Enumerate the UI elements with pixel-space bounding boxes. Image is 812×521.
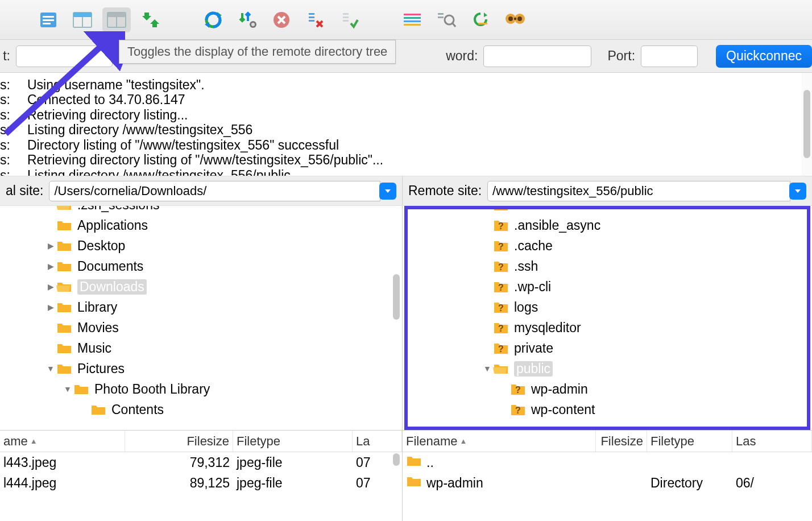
svg-point-32 xyxy=(517,16,522,21)
remote-path-input[interactable] xyxy=(487,181,790,201)
host-input[interactable] xyxy=(16,46,113,67)
tree-node[interactable]: ▶Desktop xyxy=(0,235,402,256)
remote-list-header[interactable]: Filename ▲ Filesize Filetype Las xyxy=(403,431,812,452)
disclosure-triangle-icon[interactable]: ▼ xyxy=(45,364,56,373)
tree-node[interactable]: ?.cache xyxy=(403,235,812,256)
tree-node-label: public xyxy=(514,361,553,377)
tree-node[interactable]: ?wp-admin xyxy=(403,379,812,399)
sort-asc-icon: ▲ xyxy=(30,437,38,445)
tree-node[interactable]: ▼public xyxy=(403,358,812,379)
sitemanager-icon[interactable] xyxy=(34,7,63,32)
tree-node[interactable]: ?logs xyxy=(403,297,812,317)
folder-icon xyxy=(56,362,73,375)
tree-node-label: wp-content xyxy=(531,402,595,417)
folder-icon: ? xyxy=(492,206,509,212)
transfer-queue-icon[interactable] xyxy=(136,7,165,32)
folder-icon: ? xyxy=(492,300,509,314)
tree-node[interactable]: ▶Downloads xyxy=(0,276,402,297)
folder-icon: ? xyxy=(509,382,527,396)
list-row[interactable]: wp-adminDirectory06/ xyxy=(403,473,812,493)
compare-icon[interactable] xyxy=(398,7,426,32)
quickconnect-button[interactable]: Quickconnec xyxy=(716,45,812,68)
tree-node[interactable]: ?.wp-cli xyxy=(403,276,812,297)
tree-node[interactable]: ?private xyxy=(403,338,812,358)
svg-text:?: ? xyxy=(498,344,504,354)
disclosure-triangle-icon[interactable]: ▶ xyxy=(45,262,56,271)
disclosure-triangle-icon[interactable]: ▼ xyxy=(482,364,492,373)
log-line: s:Connected to 34.70.86.147 xyxy=(0,92,802,107)
find-icon[interactable] xyxy=(500,7,529,32)
tree-node[interactable]: ▶Documents xyxy=(0,256,402,276)
svg-rect-33 xyxy=(514,18,516,20)
local-list-header[interactable]: ame ▲ Filesize Filetype La xyxy=(0,431,402,452)
scroll-thumb[interactable] xyxy=(393,274,400,320)
svg-rect-24 xyxy=(438,13,444,15)
folder-icon xyxy=(56,239,73,253)
process-queue-icon[interactable] xyxy=(233,7,262,32)
disclosure-triangle-icon[interactable]: ▶ xyxy=(45,241,56,250)
local-tree[interactable]: .zsh_sessionsApplications▶Desktop▶Docume… xyxy=(0,206,403,430)
log-scrollbar[interactable] xyxy=(802,73,812,176)
scroll-thumb[interactable] xyxy=(393,453,400,466)
search-icon[interactable] xyxy=(432,7,461,32)
local-tree-scrollbar[interactable] xyxy=(392,206,401,430)
remote-tree[interactable]: ?.ansible?.ansible_async?.cache?.ssh?.wp… xyxy=(403,206,812,430)
toolbar xyxy=(0,0,812,40)
tree-node[interactable]: Movies xyxy=(0,317,402,338)
tree-node-label: .ansible_async xyxy=(514,218,600,233)
scroll-thumb[interactable] xyxy=(803,90,810,158)
sync-browse-icon[interactable] xyxy=(466,7,495,32)
password-input[interactable] xyxy=(483,46,591,67)
log-line: s:Retrieving directory listing of "/www/… xyxy=(0,152,802,167)
folder-icon xyxy=(73,382,90,396)
tree-node[interactable]: Music xyxy=(0,338,402,358)
tree-node[interactable]: .zsh_sessions xyxy=(0,206,402,215)
tree-node-label: Photo Booth Library xyxy=(94,382,210,397)
tree-node[interactable]: ?.ansible xyxy=(403,206,812,215)
tree-node[interactable]: Contents xyxy=(0,399,402,420)
local-file-list[interactable]: ame ▲ Filesize Filetype La l443.jpeg79,3… xyxy=(0,431,403,521)
local-path-input[interactable] xyxy=(49,181,380,201)
tree-node[interactable]: ?.ssh xyxy=(403,256,812,276)
list-row[interactable]: l443.jpeg79,312jpeg-file07 xyxy=(0,452,402,473)
tree-node[interactable]: ?wp-content xyxy=(403,399,812,420)
list-row[interactable]: .. xyxy=(403,452,812,473)
tree-node[interactable]: ▶Library xyxy=(0,297,402,317)
disclosure-triangle-icon[interactable]: ▶ xyxy=(45,282,56,291)
tree-node[interactable]: ▼Pictures xyxy=(0,358,402,379)
tree-node[interactable]: ?.ansible_async xyxy=(403,215,812,235)
folder-icon xyxy=(56,259,73,273)
tree-node[interactable]: ?mysqleditor xyxy=(403,317,812,338)
local-path-dropdown[interactable] xyxy=(379,183,396,200)
toggle-local-tree-icon[interactable] xyxy=(68,7,97,32)
svg-rect-4 xyxy=(43,23,51,24)
toggle-remote-tree-icon[interactable] xyxy=(102,7,131,32)
folder-icon: ? xyxy=(509,403,527,416)
tree-node-label: Contents xyxy=(111,402,164,417)
tree-node-label: .ssh xyxy=(514,259,538,274)
local-list-scrollbar[interactable] xyxy=(392,452,401,521)
disconnect-icon[interactable] xyxy=(301,7,330,32)
tree-node[interactable]: ▼Photo Booth Library xyxy=(0,379,402,399)
svg-rect-20 xyxy=(404,14,421,15)
remote-file-list[interactable]: Filename ▲ Filesize Filetype Las ..wp-ad… xyxy=(403,431,812,521)
reconnect-icon[interactable] xyxy=(335,7,364,32)
port-input[interactable] xyxy=(641,46,698,67)
folder-icon: ? xyxy=(492,259,509,273)
password-label: word: xyxy=(446,48,478,64)
refresh-icon[interactable] xyxy=(199,7,227,32)
disclosure-triangle-icon[interactable]: ▶ xyxy=(45,303,56,312)
disclosure-triangle-icon[interactable]: ▼ xyxy=(63,384,73,394)
folder-icon xyxy=(56,280,73,293)
folder-icon xyxy=(56,321,73,334)
tree-node[interactable]: Applications xyxy=(0,215,402,235)
cancel-icon[interactable] xyxy=(267,7,296,32)
log-line: s:Retrieving directory listing... xyxy=(0,107,802,122)
remote-path-dropdown[interactable] xyxy=(789,183,806,200)
svg-text:?: ? xyxy=(498,303,504,313)
svg-rect-17 xyxy=(343,13,349,15)
folder-icon xyxy=(56,341,73,355)
local-site-label: al site: xyxy=(6,183,43,199)
folder-icon xyxy=(406,475,422,491)
list-row[interactable]: l444.jpeg89,125jpeg-file07 xyxy=(0,473,402,493)
